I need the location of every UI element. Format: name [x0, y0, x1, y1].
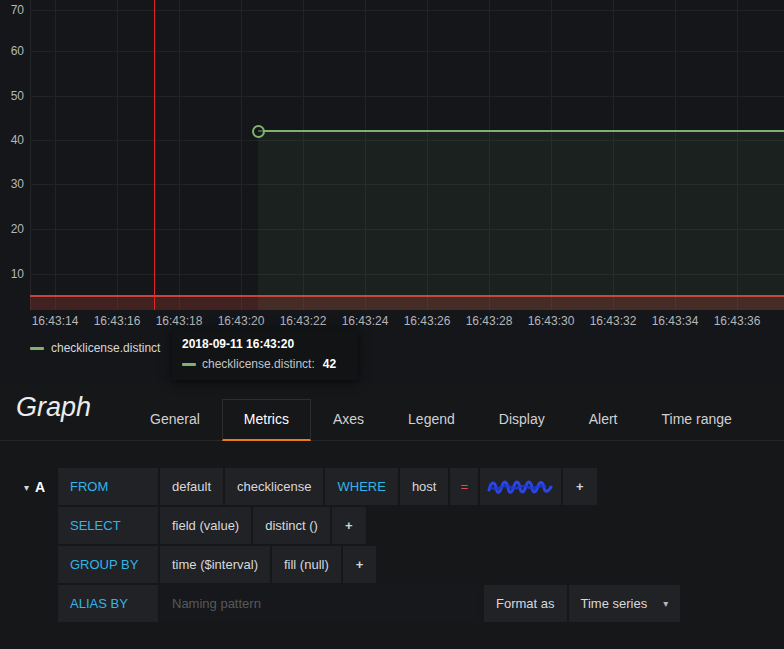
tooltip-series-swatch: [182, 363, 196, 366]
series-point-marker: [252, 125, 265, 138]
tab-metrics[interactable]: Metrics: [222, 399, 311, 441]
group-by-keyword: GROUP BY: [58, 546, 158, 583]
query-row-group-by: GROUP BY time ($interval) fill (null) +: [58, 546, 770, 583]
legend-label: checklicense.distinct: [51, 341, 160, 355]
x-tick-label: 16:43:16: [86, 314, 148, 328]
graph-panel: 70 60 50 40 30 20 10 16:43:14 16:43:16 1…: [0, 0, 784, 383]
query-row-from: FROM default checklicense WHERE host = +: [58, 468, 770, 505]
tab-display[interactable]: Display: [477, 399, 567, 441]
panel-editor: Graph General Metrics Axes Legend Displa…: [0, 383, 784, 649]
gridline-v: [117, 0, 118, 310]
add-where-condition-button[interactable]: +: [563, 468, 597, 505]
editor-tabs: General Metrics Axes Legend Display Aler…: [128, 399, 754, 441]
gridline-h: [30, 96, 784, 97]
alias-by-keyword: ALIAS BY: [58, 585, 158, 622]
x-tick-label: 16:43:34: [644, 314, 706, 328]
group-by-time[interactable]: time ($interval): [160, 546, 270, 583]
where-keyword: WHERE: [325, 468, 397, 505]
y-tick-label: 30: [0, 177, 24, 191]
from-keyword: FROM: [58, 468, 158, 505]
gridline-h: [30, 51, 784, 52]
graph-tooltip: 2018-09-11 16:43:20 checklicense.distinc…: [172, 329, 358, 380]
series-area-fill: [258, 132, 784, 310]
query-editor: ▾ A FROM default checklicense WHERE host…: [0, 441, 784, 622]
y-tick-label: 10: [0, 267, 24, 281]
query-collapse-toggle[interactable]: ▾ A: [24, 479, 45, 495]
add-group-by-button[interactable]: +: [343, 546, 377, 583]
retention-policy-select[interactable]: default: [160, 468, 223, 505]
y-tick-label: 40: [0, 133, 24, 147]
group-by-fill[interactable]: fill (null): [272, 546, 341, 583]
x-tick-label: 16:43:36: [706, 314, 768, 328]
tab-legend[interactable]: Legend: [386, 399, 477, 441]
tooltip-value: 42: [323, 357, 336, 371]
chevron-down-icon: ▾: [663, 598, 668, 609]
query-row-alias: ALIAS BY Format as Time series ▾: [58, 585, 770, 622]
tooltip-series-label: checklicense.distinct:: [202, 357, 315, 371]
gridline-v: [179, 0, 180, 310]
select-field[interactable]: field (value): [160, 507, 251, 544]
tag-key-select[interactable]: host: [400, 468, 449, 505]
panel-type-title: Graph: [16, 392, 91, 423]
crosshair-line: [154, 0, 155, 310]
gridline-v: [241, 0, 242, 310]
tab-time-range[interactable]: Time range: [639, 399, 753, 441]
x-tick-label: 16:43:20: [210, 314, 272, 328]
x-tick-label: 16:43:26: [396, 314, 458, 328]
grafana-panel-editor: 70 60 50 40 30 20 10 16:43:14 16:43:16 1…: [0, 0, 784, 649]
tag-value-redacted[interactable]: [480, 468, 561, 505]
tab-general[interactable]: General: [128, 399, 222, 441]
series-line: [258, 130, 784, 132]
legend-color-swatch: [30, 347, 44, 350]
format-as-select[interactable]: Time series ▾: [569, 585, 681, 622]
x-tick-label: 16:43:32: [582, 314, 644, 328]
query-row-select: SELECT field (value) distinct () +: [58, 507, 770, 544]
select-keyword: SELECT: [58, 507, 158, 544]
y-tick-label: 60: [0, 44, 24, 58]
select-function[interactable]: distinct (): [253, 507, 330, 544]
operator-select[interactable]: =: [450, 468, 478, 505]
y-tick-label: 70: [0, 3, 24, 17]
alias-pattern-input[interactable]: [160, 585, 478, 622]
redaction-scribble-icon: [486, 477, 556, 497]
y-tick-label: 50: [0, 89, 24, 103]
add-select-part-button[interactable]: +: [332, 507, 366, 544]
format-as-value: Time series: [581, 596, 648, 611]
measurement-select[interactable]: checklicense: [225, 468, 323, 505]
x-tick-label: 16:43:24: [334, 314, 396, 328]
tab-axes[interactable]: Axes: [311, 399, 386, 441]
x-tick-label: 16:43:14: [24, 314, 86, 328]
y-tick-label: 20: [0, 222, 24, 236]
editor-header: Graph General Metrics Axes Legend Displa…: [0, 383, 784, 441]
x-tick-label: 16:43:28: [458, 314, 520, 328]
legend-item-checklicense-distinct[interactable]: checklicense.distinct: [30, 341, 160, 355]
gridline-h: [30, 10, 784, 11]
x-tick-label: 16:43:30: [520, 314, 582, 328]
x-tick-label: 16:43:22: [272, 314, 334, 328]
chevron-down-icon: ▾: [24, 482, 29, 493]
format-as-label: Format as: [484, 585, 567, 622]
query-letter: A: [35, 479, 45, 495]
tab-alert[interactable]: Alert: [567, 399, 640, 441]
gridline-v: [55, 0, 56, 310]
tooltip-timestamp: 2018-09-11 16:43:20: [182, 337, 348, 351]
x-tick-label: 16:43:18: [148, 314, 210, 328]
